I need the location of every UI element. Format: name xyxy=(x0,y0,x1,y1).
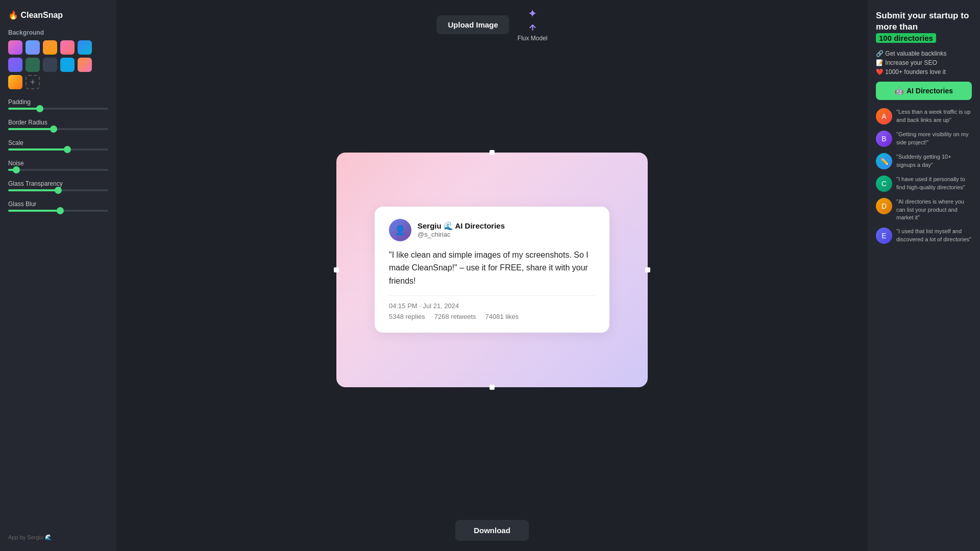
tweet-retweets: 7268 retweets xyxy=(434,313,476,320)
tweet-user-info: Sergiu 🌊 AI Directories @s_chiriac xyxy=(418,221,505,238)
testimonial-avatar-6: E xyxy=(876,228,892,244)
glass-blur-slider-group: Glass Blur xyxy=(8,201,108,212)
promo-title: Submit your startup to more than 100 dir… xyxy=(876,10,972,44)
border-radius-slider-group: Border Radius xyxy=(8,119,108,130)
color-swatch-2[interactable] xyxy=(26,40,40,55)
border-radius-slider[interactable] xyxy=(8,128,108,130)
promo-features: 🔗 Get valuable backlinks 📝 Increase your… xyxy=(876,50,972,76)
left-sidebar: 🔥 CleanSnap Background + Padding Border … xyxy=(0,0,116,551)
testimonial-text-1: "Less than a week traffic is up and back… xyxy=(896,108,972,124)
ai-directories-label: AI Directories xyxy=(906,87,953,95)
color-swatch-6[interactable] xyxy=(8,58,22,72)
background-label: Background xyxy=(8,29,108,36)
border-radius-label: Border Radius xyxy=(8,119,108,126)
testimonial-text-3: "Suddenly getting 10+ signups a day" xyxy=(896,153,972,169)
download-button[interactable]: Download xyxy=(455,520,529,541)
resize-handle-right[interactable] xyxy=(645,267,650,272)
testimonial-avatar-3: ✏️ xyxy=(876,153,892,169)
feature-1: 🔗 Get valuable backlinks xyxy=(876,50,972,57)
tweet-handle: @s_chiriac xyxy=(418,231,505,238)
glass-blur-slider[interactable] xyxy=(8,210,108,212)
color-grid: + xyxy=(8,40,108,89)
canvas-area: 👤 Sergiu 🌊 AI Directories @s_chiriac "I … xyxy=(116,7,868,512)
arrow-up-icon xyxy=(527,22,537,33)
tweet-header: 👤 Sergiu 🌊 AI Directories @s_chiriac xyxy=(389,219,595,241)
testimonial-1: A "Less than a week traffic is up and ba… xyxy=(876,108,972,124)
tweet-avatar: 👤 xyxy=(389,219,411,241)
testimonial-avatar-5: D xyxy=(876,198,892,214)
noise-label: Noise xyxy=(8,160,108,167)
padding-slider[interactable] xyxy=(8,108,108,110)
scale-slider-group: Scale xyxy=(8,139,108,151)
background-section: Background + xyxy=(8,29,108,89)
testimonial-avatar-1: A xyxy=(876,108,892,124)
tweet-meta: 04:15 PM · Jul 21, 2024 5348 replies 726… xyxy=(389,295,595,320)
app-by: App by Sergiu 🌊 xyxy=(8,534,108,541)
testimonial-text-6: "I used that list myself and discovered … xyxy=(896,228,972,243)
app-logo: 🔥 CleanSnap xyxy=(8,10,108,20)
ai-directories-button[interactable]: 🤖 AI Directories xyxy=(876,82,972,100)
ai-icon: 🤖 xyxy=(895,87,903,95)
testimonial-4: C "I have used it personally to find hig… xyxy=(876,176,972,192)
padding-label: Padding xyxy=(8,98,108,106)
tweet-stats: 5348 replies 7268 retweets 74081 likes xyxy=(389,313,595,320)
top-bar: Upload Image ✦ Flux Model xyxy=(436,7,547,42)
tweet-card: 👤 Sergiu 🌊 AI Directories @s_chiriac "I … xyxy=(375,207,609,333)
glass-transparency-slider-group: Glass Transparency xyxy=(8,180,108,191)
download-bar: Download xyxy=(455,512,529,551)
promo-highlight: 100 directories xyxy=(876,33,936,43)
add-color-button[interactable]: + xyxy=(26,75,40,89)
testimonial-5: D "AI directories is where you can list … xyxy=(876,198,972,221)
tweet-name: Sergiu 🌊 AI Directories xyxy=(418,221,505,231)
noise-slider-group: Noise xyxy=(8,160,108,171)
testimonials: A "Less than a week traffic is up and ba… xyxy=(876,108,972,244)
testimonial-text-2: "Getting more visibility on my side proj… xyxy=(896,131,972,146)
testimonial-2: B "Getting more visibility on my side pr… xyxy=(876,131,972,147)
image-frame: 👤 Sergiu 🌊 AI Directories @s_chiriac "I … xyxy=(336,153,648,387)
right-sidebar: Submit your startup to more than 100 dir… xyxy=(868,0,980,551)
testimonial-text-5: "AI directories is where you can list yo… xyxy=(896,198,972,221)
testimonial-avatar-2: B xyxy=(876,131,892,147)
tweet-date: 04:15 PM · Jul 21, 2024 xyxy=(389,302,595,310)
glass-transparency-label: Glass Transparency xyxy=(8,180,108,187)
scale-slider[interactable] xyxy=(8,148,108,151)
testimonial-6: E "I used that list myself and discovere… xyxy=(876,228,972,244)
noise-slider[interactable] xyxy=(8,169,108,171)
color-swatch-3[interactable] xyxy=(43,40,57,55)
color-swatch-4[interactable] xyxy=(60,40,75,55)
color-swatch-1[interactable] xyxy=(8,40,22,55)
glass-transparency-slider[interactable] xyxy=(8,189,108,191)
tweet-replies: 5348 replies xyxy=(389,313,425,320)
main-content: Upload Image ✦ Flux Model 👤 Sergiu 🌊 AI … xyxy=(116,0,868,551)
feature-3: ❤️ 1000+ founders love it xyxy=(876,68,972,76)
resize-handle-left[interactable] xyxy=(334,267,339,272)
tweet-likes: 74081 likes xyxy=(485,313,519,320)
color-swatch-9[interactable] xyxy=(60,58,75,72)
scale-label: Scale xyxy=(8,139,108,146)
tweet-body: "I like clean and simple images of my sc… xyxy=(389,248,595,288)
padding-slider-group: Padding xyxy=(8,98,108,110)
color-swatch-8[interactable] xyxy=(43,58,57,72)
testimonial-avatar-4: C xyxy=(876,176,892,192)
color-swatch-7[interactable] xyxy=(26,58,40,72)
upload-image-button[interactable]: Upload Image xyxy=(436,15,509,34)
testimonial-3: ✏️ "Suddenly getting 10+ signups a day" xyxy=(876,153,972,169)
sparkle-icon: ✦ xyxy=(528,7,537,20)
testimonial-text-4: "I have used it personally to find high-… xyxy=(896,176,972,191)
flux-model-button[interactable]: ✦ Flux Model xyxy=(518,7,548,42)
glass-blur-label: Glass Blur xyxy=(8,201,108,208)
feature-2: 📝 Increase your SEO xyxy=(876,59,972,66)
color-swatch-5[interactable] xyxy=(78,40,92,55)
color-swatch-10[interactable] xyxy=(78,58,92,72)
color-swatch-11[interactable] xyxy=(8,75,22,89)
flux-model-label: Flux Model xyxy=(518,35,548,42)
